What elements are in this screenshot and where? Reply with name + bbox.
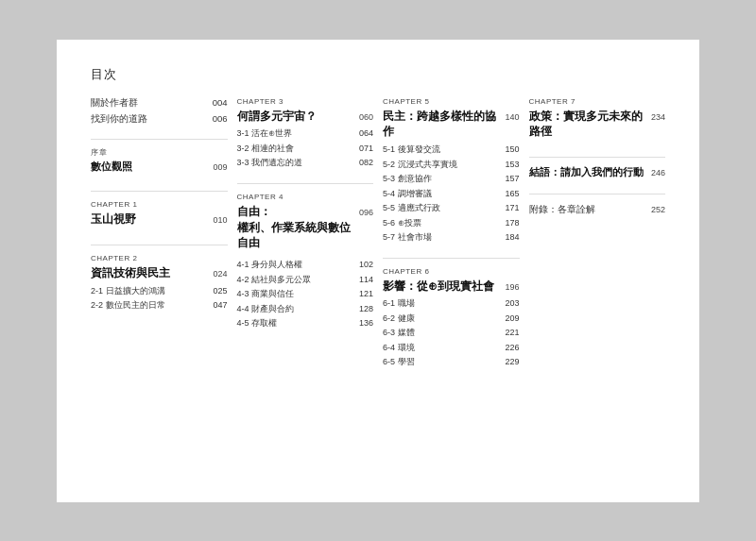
- list-item: 4-4 財產與合約 128: [237, 303, 374, 316]
- chapter-label: 序章: [91, 147, 228, 159]
- appendix-label: 附錄：各章詮解: [529, 202, 595, 216]
- col3: CHAPTER 5 民主：跨越多樣性的協作 140 5-1 後算發交流 150 …: [383, 96, 520, 382]
- chapter7-section: CHAPTER 7 政策：實現多元未來的路徑 234: [529, 96, 666, 144]
- page-title: 目次: [91, 66, 665, 83]
- item-num: 006: [213, 112, 228, 126]
- appendix-num: 252: [651, 204, 665, 217]
- list-item: 6-4 環境 226: [383, 342, 520, 355]
- chapter-label: CHAPTER 4: [237, 192, 374, 203]
- chapter-num: 196: [505, 281, 519, 295]
- divider: [237, 183, 374, 184]
- item-num: 025: [213, 285, 227, 298]
- item-num: 047: [213, 299, 227, 313]
- prelim-section: 關於作者群 004 找到你的道路 006: [91, 96, 228, 127]
- toc-grid: 關於作者群 004 找到你的道路 006 序章 數位觀照 009 CHAPTER…: [91, 96, 665, 382]
- divider: [91, 245, 228, 245]
- chapter-title: 數位觀照: [91, 160, 132, 174]
- chapter-num: 140: [505, 111, 519, 125]
- list-item: 5-7 社會市場 184: [383, 231, 520, 245]
- chapter1-section: CHAPTER 1 玉山視野 010: [91, 199, 228, 231]
- chapter2-section: CHAPTER 2 資訊技術與民主 024 2-1 日益擴大的鴻溝 025 2-…: [91, 253, 228, 313]
- chapter6-section: CHAPTER 6 影響：從⊕到現實社會 196 6-1 職場 203 6-2 …: [383, 266, 520, 369]
- chapter-title: 民主：跨越多樣性的協作: [383, 109, 501, 141]
- divider: [529, 157, 666, 158]
- item-label: 2-2 數位民主的日常: [91, 299, 207, 313]
- col4: CHAPTER 7 政策：實現多元未來的路徑 234 結語：請加入我們的行動 2…: [529, 96, 666, 382]
- list-item: 5-3 創意協作 157: [383, 173, 520, 186]
- divider: [529, 194, 666, 194]
- chapter5-section: CHAPTER 5 民主：跨越多樣性的協作 140 5-1 後算發交流 150 …: [383, 96, 520, 245]
- list-item: 6-2 健康 209: [383, 313, 520, 326]
- toc-page: 目次 關於作者群 004 找到你的道路 006 序章 數位觀照 009: [57, 40, 699, 502]
- list-item: 4-5 存取權 136: [237, 317, 374, 330]
- chapter-label: CHAPTER 6: [383, 266, 520, 278]
- item-label: 2-1 日益擴大的鴻溝: [91, 285, 207, 298]
- list-item: 4-1 身分與人格權 102: [237, 259, 374, 272]
- appendix-section: 附錄：各章詮解 252: [529, 202, 666, 217]
- list-item: 4-3 商業與信任 121: [237, 288, 374, 301]
- list-item: 4-2 結社與多元公眾 114: [237, 274, 374, 287]
- list-item: 6-3 媒體 221: [383, 327, 520, 340]
- col1: 關於作者群 004 找到你的道路 006 序章 數位觀照 009 CHAPTER…: [91, 96, 228, 382]
- list-item: 5-6 ⊕投票 178: [383, 217, 520, 230]
- divider: [91, 191, 228, 192]
- list-item: 6-5 學習 229: [383, 356, 520, 369]
- list-item: 5-4 調增審議 165: [383, 188, 520, 201]
- list-item: 2-2 數位民主的日常 047: [91, 299, 228, 313]
- list-item: 3-1 活在⊕世界 064: [237, 127, 374, 141]
- chapter4-section: CHAPTER 4 自由： 權利、作業系統與數位自由 096 4-1 身分與人格…: [237, 192, 374, 330]
- chapter-title: 何謂多元宇宙？: [237, 109, 317, 125]
- chapter-label: CHAPTER 7: [529, 96, 666, 108]
- list-item: 3-3 我們遺忘的道 082: [237, 157, 374, 170]
- chapter-num: 060: [359, 111, 373, 125]
- conclusion-label: 結語：請加入我們的行動: [529, 165, 644, 180]
- chapter-label: CHAPTER 2: [91, 253, 228, 264]
- list-item: 5-1 後算發交流 150: [383, 144, 520, 157]
- chapter-title: 影響：從⊕到現實社會: [383, 279, 494, 295]
- list-item: 5-2 沉浸式共享實境 153: [383, 159, 520, 172]
- chapter-label: CHAPTER 5: [383, 96, 520, 108]
- chapter-title: 資訊技術與民主: [91, 265, 170, 281]
- chapter-num: 010: [213, 214, 227, 228]
- chapter-num: 234: [651, 111, 665, 125]
- chapter-title: 政策：實現多元未來的路徑: [529, 109, 647, 141]
- chapter-title: 自由： 權利、作業系統與數位自由: [237, 204, 355, 251]
- col2: CHAPTER 3 何謂多元宇宙？ 060 3-1 活在⊕世界 064 3-2 …: [237, 96, 374, 382]
- list-item: 3-2 相連的社會 071: [237, 143, 374, 156]
- chapter-num: 024: [213, 268, 227, 281]
- item-label: 找到你的道路: [91, 112, 147, 126]
- item-num: 004: [213, 96, 228, 110]
- chapter-label: CHAPTER 1: [91, 199, 228, 211]
- list-item: 6-1 職場 203: [383, 297, 520, 311]
- item-label: 關於作者群: [91, 96, 138, 110]
- chapter-num: 096: [359, 207, 373, 220]
- list-item: 關於作者群 004: [91, 96, 228, 110]
- chapter-num: 009: [213, 161, 227, 175]
- divider: [383, 258, 520, 259]
- list-item: 5-5 適應式行政 171: [383, 202, 520, 215]
- conclusion-num: 246: [651, 167, 665, 180]
- preface-section: 序章 數位觀照 009: [91, 147, 228, 178]
- chapter-label: CHAPTER 3: [237, 96, 374, 108]
- list-item: 找到你的道路 006: [91, 112, 228, 126]
- chapter3-section: CHAPTER 3 何謂多元宇宙？ 060 3-1 活在⊕世界 064 3-2 …: [237, 96, 374, 170]
- list-item: 2-1 日益擴大的鴻溝 025: [91, 285, 228, 298]
- divider: [91, 139, 228, 140]
- chapter-title: 玉山視野: [91, 211, 136, 228]
- conclusion-section: 結語：請加入我們的行動 246: [529, 165, 666, 180]
